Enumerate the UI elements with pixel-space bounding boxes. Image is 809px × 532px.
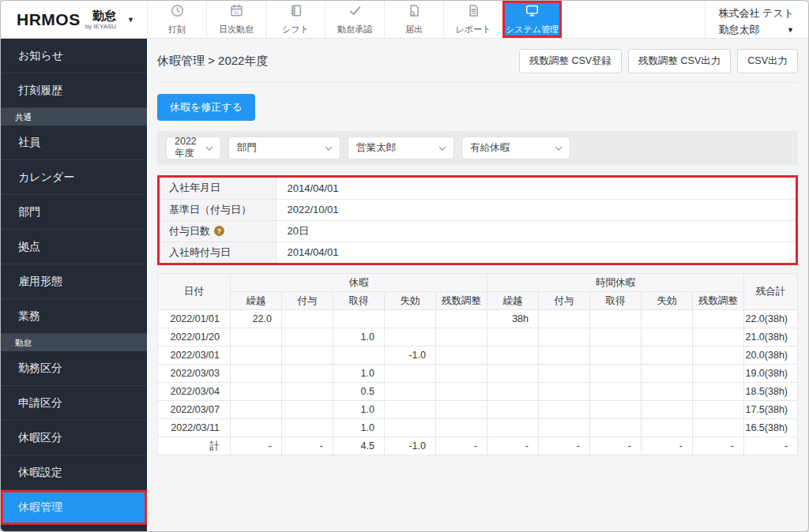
cell: 16.5(38h) bbox=[744, 419, 798, 437]
cell bbox=[539, 383, 590, 401]
nav-tab-report[interactable]: レポート bbox=[443, 1, 502, 38]
sidebar-item[interactable]: 休暇区分 bbox=[1, 421, 147, 455]
info-value: 2014/04/01 bbox=[276, 178, 796, 199]
user-name: 勤怠太郎 bbox=[718, 23, 759, 37]
user-menu[interactable]: 株式会社 テスト 勤怠太郎 ▼ bbox=[705, 1, 808, 38]
sidebar-item[interactable]: 打刻履歴 bbox=[1, 73, 147, 108]
cell bbox=[436, 419, 487, 437]
sidebar-item[interactable]: 拠点 bbox=[1, 230, 147, 264]
csv-button[interactable]: 残数調整 CSV登録 bbox=[519, 49, 622, 73]
chevron-down-icon bbox=[555, 146, 563, 151]
table-row: 2022/01/01 22.0 38h 22.0(38h) bbox=[158, 310, 798, 328]
chevron-down-icon bbox=[325, 146, 333, 151]
cell bbox=[487, 419, 539, 437]
sidebar-item[interactable]: 部門 bbox=[1, 195, 147, 230]
date-cell: 2022/03/04 bbox=[158, 383, 231, 401]
sidebar-item[interactable]: 社員 bbox=[1, 126, 147, 160]
sub-col-header: 付与 bbox=[282, 292, 333, 310]
page-topbar: 休暇管理 > 2022年度 残数調整 CSV登録 残数調整 CSV出力 CSV出… bbox=[157, 39, 798, 83]
sub-col-header: 繰越 bbox=[231, 292, 282, 310]
breadcrumb[interactable]: 休暇管理 > 2022年度 bbox=[157, 54, 268, 69]
cell bbox=[385, 383, 436, 401]
sidebar-item[interactable]: 業務 bbox=[1, 299, 147, 334]
leave-type-select[interactable]: 有給休暇 bbox=[462, 137, 570, 159]
nav-tab-todokede[interactable]: 届出 bbox=[384, 1, 443, 38]
cell bbox=[590, 365, 642, 383]
company-name: 株式会社 テスト bbox=[718, 6, 794, 21]
csv-button-group: 残数調整 CSV登録 残数調整 CSV出力 CSV出力 bbox=[519, 49, 798, 73]
cell: - bbox=[744, 437, 798, 455]
cell bbox=[642, 419, 693, 437]
nav-tab-shift[interactable]: シフト bbox=[265, 1, 325, 38]
cell bbox=[436, 365, 487, 383]
cell bbox=[385, 419, 436, 437]
cell bbox=[385, 365, 436, 383]
sidebar-item[interactable]: 共通 bbox=[1, 108, 147, 126]
cell bbox=[282, 310, 333, 328]
cell: - bbox=[436, 437, 487, 455]
sidebar-item[interactable]: 休暇管理 bbox=[1, 490, 147, 525]
cell bbox=[590, 383, 642, 401]
sidebar-item[interactable]: 休暇設定 bbox=[1, 455, 147, 490]
year-select[interactable]: 2022年度 bbox=[167, 137, 220, 159]
table-row: 2022/03/01 -1.0 20.0(38h) bbox=[158, 347, 798, 365]
sidebar-item[interactable]: 雇用形態 bbox=[1, 264, 147, 299]
cell: 20.0(38h) bbox=[744, 347, 798, 365]
leave-balance-table: 日付 休暇 時間休暇 残合計 繰越 付与 取得 失効 bbox=[157, 273, 798, 455]
cell bbox=[282, 383, 333, 401]
employee-leave-info-panel: 入社年月日 2014/04/01 基準日（付与日） 2022/10/01 付与日… bbox=[157, 175, 798, 265]
cell bbox=[693, 383, 744, 401]
cell bbox=[333, 347, 385, 365]
sidebar-item[interactable]: 申請区分 bbox=[1, 386, 147, 421]
check-icon bbox=[348, 3, 363, 21]
nav-tab-approval[interactable]: 勤怠承認 bbox=[325, 1, 384, 38]
monitor-icon bbox=[525, 3, 540, 21]
chevron-down-icon bbox=[438, 146, 446, 151]
nav-tab-system-admin[interactable]: システム管理 bbox=[502, 1, 562, 38]
cell: 17.5(38h) bbox=[744, 401, 798, 419]
sidebar-item[interactable]: 勤務区分 bbox=[1, 351, 147, 386]
table-row: 2022/01/20 1.0 21.0(38h) bbox=[158, 328, 798, 347]
cell bbox=[231, 365, 282, 383]
cell: 19.0(38h) bbox=[744, 365, 798, 383]
cell bbox=[539, 401, 590, 419]
report-icon bbox=[466, 3, 481, 21]
info-label: 入社年月日 bbox=[160, 178, 276, 199]
nav-tab-dakoku[interactable]: 打刻 bbox=[147, 1, 206, 38]
sidebar-nav: お知らせ 打刻履歴 共通 社員 カレンダー 部門 拠点 bbox=[1, 39, 147, 531]
cell bbox=[693, 419, 744, 437]
logo-menu[interactable]: HRMOS 勤怠 by IEYASU ▼ bbox=[1, 1, 147, 38]
department-select[interactable]: 部門 bbox=[229, 137, 340, 159]
brand-logo: HRMOS bbox=[17, 10, 81, 29]
info-row: 入社年月日 2014/04/01 bbox=[160, 178, 796, 199]
info-value: 2014/04/01 bbox=[276, 242, 796, 263]
cell bbox=[333, 310, 385, 328]
cell bbox=[282, 401, 333, 419]
info-label: 入社時付与日 bbox=[160, 242, 276, 263]
date-cell: 2022/03/03 bbox=[158, 365, 231, 383]
cell bbox=[385, 401, 436, 419]
sidebar-item[interactable]: カレンダー bbox=[1, 160, 147, 195]
info-row: 付与日数? 20日 bbox=[160, 220, 796, 242]
employee-select[interactable]: 営業太郎 bbox=[348, 137, 453, 159]
edit-leave-button[interactable]: 休暇を修正する bbox=[157, 94, 255, 121]
cell: 22.0 bbox=[231, 310, 282, 328]
cell bbox=[693, 310, 744, 328]
cell bbox=[642, 328, 693, 347]
nav-tab-daily-kintai[interactable]: 31 日次勤怠 bbox=[206, 1, 265, 38]
cell: 1.0 bbox=[333, 419, 385, 437]
sidebar-item[interactable]: 勤怠 bbox=[1, 334, 147, 351]
cell bbox=[385, 310, 436, 328]
csv-button[interactable]: CSV出力 bbox=[737, 49, 798, 73]
cell bbox=[231, 419, 282, 437]
total-row: 計 - - 4.5 -1.0 - - - - - - - bbox=[158, 437, 798, 455]
help-icon[interactable]: ? bbox=[214, 226, 224, 236]
cell bbox=[693, 365, 744, 383]
table-row: 2022/03/04 0.5 18.5(38h) bbox=[158, 383, 798, 401]
sidebar-item[interactable]: お知らせ bbox=[1, 39, 147, 73]
cell: 0.5 bbox=[333, 383, 385, 401]
caret-down-icon: ▼ bbox=[787, 26, 794, 34]
csv-button[interactable]: 残数調整 CSV出力 bbox=[628, 49, 731, 73]
sub-col-header: 取得 bbox=[333, 292, 385, 310]
filter-bar: 2022年度 部門 営業太郎 有給休暇 bbox=[157, 131, 798, 165]
